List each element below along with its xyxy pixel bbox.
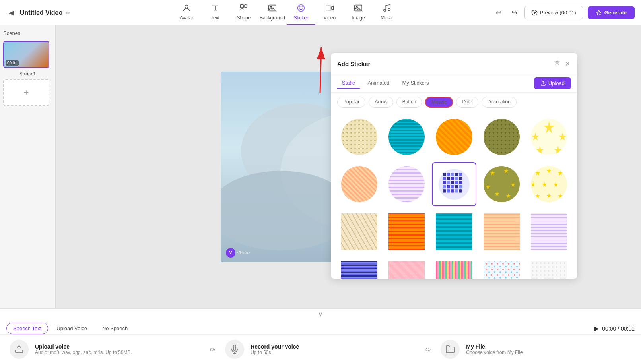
sticker-12[interactable] <box>385 209 429 254</box>
svg-marker-64 <box>558 171 562 176</box>
panel-tabs: Static Animated My Stickers Upload <box>331 74 577 93</box>
preview-button[interactable]: Preview (00:01) <box>524 6 583 19</box>
sticker-18[interactable] <box>432 257 476 279</box>
redo-button[interactable]: ↪ <box>509 6 520 19</box>
image-icon <box>354 4 363 14</box>
svg-rect-43 <box>451 181 454 184</box>
tool-image[interactable]: Image <box>344 0 373 25</box>
sticker-6[interactable] <box>337 162 381 206</box>
record-voice-title: Record your voice <box>251 343 299 350</box>
bottom-tabs: Speech Text Upload Voice No Speech ▶ 00:… <box>0 319 641 335</box>
sticker-1[interactable] <box>337 115 381 159</box>
upload-voice-info: Upload voice Audio: mp3, wav, ogg, aac, … <box>35 343 132 355</box>
tool-music[interactable]: Music <box>373 0 401 25</box>
svg-rect-34 <box>455 173 458 176</box>
svg-rect-44 <box>455 181 458 184</box>
filter-popular[interactable]: Popular <box>337 97 365 108</box>
canvas-area: V Vidnoz Add Sticker ✕ <box>56 25 641 308</box>
svg-marker-56 <box>490 171 495 176</box>
tab-animated[interactable]: Animated <box>363 77 394 89</box>
watermark: V Vidnoz <box>226 248 250 258</box>
back-button[interactable]: ◀ <box>6 6 17 19</box>
tool-text[interactable]: Text <box>201 0 229 25</box>
record-voice-info: Record your voice Up to 60s <box>251 343 299 355</box>
pin-button[interactable] <box>553 59 561 68</box>
panel-actions: ✕ <box>553 59 571 68</box>
svg-marker-70 <box>558 194 562 199</box>
sticker-11[interactable] <box>337 209 381 254</box>
my-file-icon <box>441 340 460 359</box>
sticker-2[interactable] <box>385 115 429 159</box>
sticker-5[interactable] <box>527 115 571 159</box>
add-scene-button[interactable]: + <box>3 79 49 106</box>
svg-marker-62 <box>535 171 540 176</box>
close-button[interactable]: ✕ <box>564 59 571 68</box>
expand-icon: ∨ <box>318 310 323 318</box>
tab-no-speech[interactable]: No Speech <box>95 323 134 334</box>
sticker-10[interactable] <box>527 162 571 206</box>
sticker-20[interactable] <box>527 257 571 279</box>
tool-avatar[interactable]: Avatar <box>172 0 201 25</box>
undo-button[interactable]: ↩ <box>493 6 504 19</box>
sticker-panel: Add Sticker ✕ Static Animated My Sticker… <box>331 53 577 279</box>
tab-my-stickers[interactable]: My Stickers <box>397 77 433 89</box>
play-button[interactable]: ▶ <box>594 325 599 332</box>
tool-shape-label: Shape <box>237 15 251 21</box>
edit-title-icon[interactable]: ✏ <box>66 10 70 16</box>
text-icon <box>211 4 219 14</box>
sticker-16[interactable] <box>337 257 381 279</box>
filter-arrow[interactable]: Arrow <box>369 97 393 108</box>
tool-video[interactable]: Video <box>315 0 344 25</box>
bottom-expand[interactable]: ∨ <box>0 309 641 319</box>
svg-marker-28 <box>536 146 544 154</box>
filter-mosaic[interactable]: Mosaic <box>425 97 453 108</box>
filter-chips: Popular Arrow Button Mosaic Date Decorat… <box>331 93 577 112</box>
sticker-3[interactable] <box>432 115 476 159</box>
svg-marker-69 <box>547 194 551 199</box>
svg-rect-47 <box>447 185 450 188</box>
tab-speech-text[interactable]: Speech Text <box>6 323 48 334</box>
tool-sticker[interactable]: Sticker <box>287 0 315 25</box>
my-file-title: My File <box>466 343 523 350</box>
svg-marker-66 <box>542 182 546 187</box>
sticker-9[interactable] <box>480 162 524 206</box>
background-icon <box>268 4 277 14</box>
svg-rect-53 <box>451 189 454 192</box>
svg-marker-68 <box>535 194 540 199</box>
svg-marker-61 <box>506 194 511 199</box>
upload-button[interactable]: Upload <box>534 77 571 89</box>
sticker-19[interactable] <box>480 257 524 279</box>
tool-background-label: Background <box>260 15 285 21</box>
svg-point-5 <box>298 4 305 11</box>
sticker-13[interactable] <box>432 209 476 254</box>
svg-point-11 <box>384 9 386 11</box>
sticker-17[interactable] <box>385 257 429 279</box>
svg-rect-52 <box>447 189 450 192</box>
tool-background[interactable]: Background <box>258 0 287 25</box>
panel-header: Add Sticker ✕ <box>331 53 577 74</box>
scene-1-thumb[interactable]: 00:01 <box>3 41 49 68</box>
filter-button[interactable]: Button <box>396 97 422 108</box>
svg-marker-63 <box>547 168 551 174</box>
filter-decoration[interactable]: Decoration <box>482 97 517 108</box>
sticker-15[interactable] <box>527 209 571 254</box>
filter-date[interactable]: Date <box>456 97 478 108</box>
generate-button[interactable]: Generate <box>588 6 635 19</box>
tool-shape[interactable]: Shape <box>229 0 258 25</box>
my-file-desc: Choose voice from My File <box>466 350 523 355</box>
sticker-7[interactable] <box>385 162 429 206</box>
sticker-14[interactable] <box>480 209 524 254</box>
my-file-info: My File Choose voice from My File <box>466 343 523 355</box>
watermark-text: Vidnoz <box>237 250 250 255</box>
tab-upload-voice[interactable]: Upload Voice <box>50 323 94 334</box>
svg-rect-31 <box>443 173 446 176</box>
record-voice-icon <box>225 340 244 359</box>
music-icon <box>383 4 391 14</box>
svg-rect-37 <box>447 177 450 180</box>
sticker-4[interactable] <box>480 115 524 159</box>
tool-video-label: Video <box>324 15 336 21</box>
tab-static[interactable]: Static <box>337 77 360 89</box>
svg-point-12 <box>388 8 390 10</box>
preview-label: Preview (00:01) <box>540 10 576 15</box>
sticker-8[interactable] <box>432 162 476 206</box>
